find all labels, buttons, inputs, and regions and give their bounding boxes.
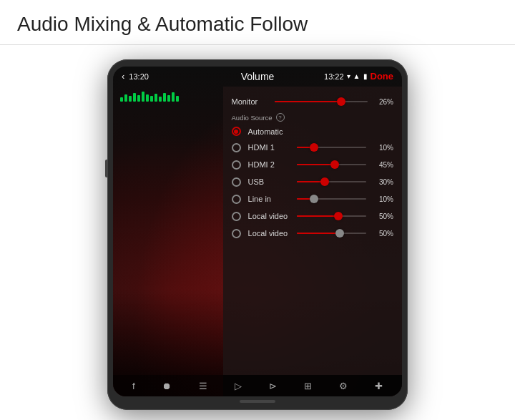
done-button[interactable]: Done xyxy=(371,71,394,82)
home-button xyxy=(240,400,275,403)
value-hdmi1: 10% xyxy=(373,144,393,152)
back-icon[interactable]: ‹ xyxy=(122,71,124,82)
volume-button xyxy=(105,160,107,177)
info-icon[interactable]: ? xyxy=(276,113,285,122)
nav-icon-settings[interactable]: ⚙ xyxy=(339,381,348,391)
status-left: ‹ 13:20 xyxy=(122,71,149,82)
source-item-localvideo1[interactable]: Local video 50% xyxy=(223,207,402,225)
value-linein: 10% xyxy=(373,195,393,203)
radio-hdmi2[interactable] xyxy=(232,160,241,170)
signal-icon: ▲ xyxy=(353,72,360,80)
nav-icon-share[interactable]: ⊳ xyxy=(269,381,277,391)
wifi-icon: ▾ xyxy=(347,72,350,80)
tablet-device: ‹ 13:20 Volume 13:22 ▾ ▲ ▮ Done Monitor xyxy=(107,59,408,410)
battery-icon: ▮ xyxy=(363,72,368,80)
nav-icon-add[interactable]: ✚ xyxy=(375,381,383,391)
screen-title: Volume xyxy=(241,71,275,82)
radio-linein[interactable] xyxy=(232,195,241,204)
source-name-linein: Line in xyxy=(248,195,290,203)
nav-icon-record[interactable]: ⏺ xyxy=(162,381,172,391)
radio-hdmi1[interactable] xyxy=(232,143,241,152)
value-hdmi2: 45% xyxy=(373,161,393,169)
slider-localvideo1[interactable] xyxy=(297,210,366,222)
volume-panel: Monitor 26% Audio Source ? xyxy=(223,87,402,396)
source-name-localvideo2: Local video xyxy=(248,229,290,238)
radio-localvideo1[interactable] xyxy=(232,212,241,221)
source-name-localvideo1: Local video xyxy=(248,212,290,220)
status-bar: ‹ 13:20 Volume 13:22 ▾ ▲ ▮ Done xyxy=(113,67,402,84)
radio-automatic[interactable] xyxy=(232,127,241,136)
nav-icon-fb[interactable]: f xyxy=(132,381,135,391)
value-usb: 30% xyxy=(373,178,393,186)
radio-usb[interactable] xyxy=(232,177,241,187)
status-time-right: 13:22 xyxy=(324,72,344,81)
info-icon-label: ? xyxy=(278,114,281,121)
slider-linein[interactable] xyxy=(297,193,366,205)
slider-localvideo2[interactable] xyxy=(297,228,366,239)
tablet-screen: ‹ 13:20 Volume 13:22 ▾ ▲ ▮ Done Monitor xyxy=(113,67,402,396)
source-name-usb: USB xyxy=(248,177,290,186)
slider-usb[interactable] xyxy=(297,176,366,187)
value-localvideo2: 50% xyxy=(373,230,393,238)
status-right: 13:22 ▾ ▲ ▮ Done xyxy=(324,71,393,82)
monitor-row: Monitor 26% xyxy=(223,92,402,111)
nav-icon-grid[interactable]: ⊞ xyxy=(304,381,312,391)
source-item-localvideo2[interactable]: Local video 50% xyxy=(223,225,402,242)
status-time-left: 13:20 xyxy=(129,72,149,81)
slider-hdmi2[interactable] xyxy=(297,159,366,170)
source-item-automatic[interactable]: Automatic xyxy=(223,124,402,139)
monitor-value: 26% xyxy=(373,98,393,106)
radio-localvideo2[interactable] xyxy=(232,229,241,238)
source-item-hdmi2[interactable]: HDMI 2 45% xyxy=(223,156,402,173)
audio-source-label: Audio Source xyxy=(232,114,273,122)
value-localvideo1: 50% xyxy=(373,213,393,220)
slider-hdmi1[interactable] xyxy=(297,142,366,153)
monitor-slider[interactable] xyxy=(275,96,368,107)
bottom-navigation: f ⏺ ☰ ▷ ⊳ ⊞ ⚙ ✚ xyxy=(113,375,402,396)
source-name-automatic: Automatic xyxy=(248,127,290,136)
audio-source-section: Audio Source ? xyxy=(223,111,402,124)
source-name-hdmi1: HDMI 1 xyxy=(248,143,290,152)
nav-icon-layers[interactable]: ☰ xyxy=(199,381,207,391)
nav-icon-play[interactable]: ▷ xyxy=(235,381,242,391)
audio-level-bars xyxy=(120,92,179,102)
source-item-usb[interactable]: USB 30% xyxy=(223,173,402,190)
monitor-label: Monitor xyxy=(232,97,269,106)
source-item-hdmi1[interactable]: HDMI 1 10% xyxy=(223,139,402,156)
source-name-hdmi2: HDMI 2 xyxy=(248,160,290,169)
source-item-linein[interactable]: Line in 10% xyxy=(223,190,402,207)
page-title: Audio Mixing & Automatic Follow xyxy=(0,0,515,45)
